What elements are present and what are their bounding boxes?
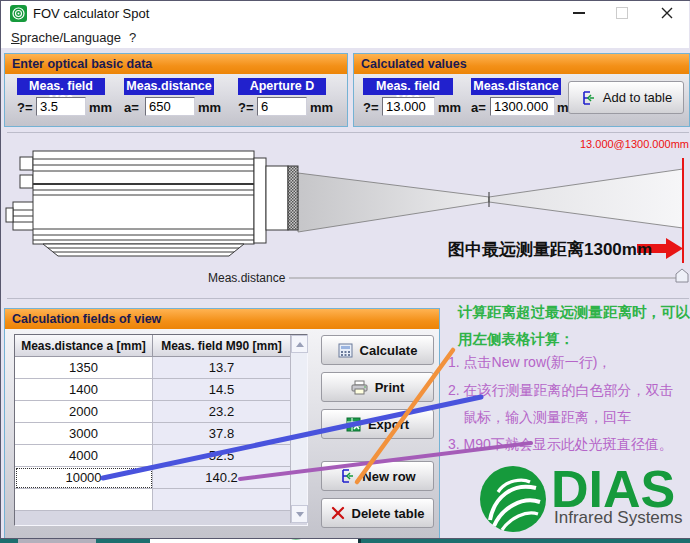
screen: DIAS FOV calculator Spot — [0, 0, 690, 543]
input-meas-field-m90[interactable] — [36, 97, 86, 116]
export-button[interactable]: Export — [321, 409, 434, 439]
add-to-table-icon — [580, 90, 596, 106]
note-heading-1: 计算距离超过最远测量距离时，可以 — [458, 303, 690, 322]
printer-icon — [351, 380, 368, 395]
cell-distance[interactable] — [15, 489, 153, 511]
prefix-dist: a= — [124, 100, 139, 115]
new-row-button[interactable]: New row — [321, 461, 434, 491]
print-label: Print — [375, 380, 405, 395]
dias-logo-subtitle: Infrared Systems — [554, 508, 683, 528]
scroll-up-button[interactable] — [291, 335, 308, 353]
cell-m90[interactable]: 140.2 — [153, 467, 291, 489]
note-step-2: 2. 在该行测量距离的白色部分，双击 — [448, 382, 674, 400]
scroll-up-icon — [296, 342, 304, 347]
new-row-icon — [339, 468, 355, 484]
app-icon — [10, 5, 27, 22]
dias-logo-icon — [478, 464, 548, 534]
spot-size-label: 13.000@1300.000mm — [561, 138, 689, 150]
calculated-values-panel-title: Calculated values — [354, 54, 689, 74]
scroll-down-button[interactable] — [291, 505, 308, 523]
unit-m90: mm — [89, 100, 112, 115]
menu-help[interactable]: ? — [125, 28, 140, 47]
output-calc-m90[interactable] — [382, 97, 435, 116]
label-meas-field-m90: Meas. field M90 — [17, 78, 105, 95]
fov-table: Meas.distance a [mm] Meas. field M90 [mm… — [14, 334, 308, 526]
fov-diagram — [1, 132, 690, 298]
unit-dist: mm — [198, 100, 221, 115]
cell-distance[interactable]: 1350 — [15, 357, 153, 379]
unit-aperture: mm — [310, 100, 333, 115]
cell-distance[interactable]: 1400 — [15, 379, 153, 401]
fov-panel-title: Calculation fields of view — [5, 309, 439, 329]
note-step-2-cont: 鼠标，输入测量距离，回车 — [463, 409, 631, 427]
beam-cone-right — [489, 169, 683, 228]
delete-icon — [331, 506, 345, 520]
title-bar: FOV calculator Spot — [1, 1, 689, 25]
delete-table-button[interactable]: Delete table — [321, 498, 434, 528]
distance-slider-handle — [676, 269, 688, 282]
beam-cone-left — [298, 173, 489, 232]
window-title: FOV calculator Spot — [33, 6, 149, 21]
minimize-icon — [573, 12, 585, 14]
unit-calc-m90: mm — [438, 100, 461, 115]
cell-m90[interactable]: 23.2 — [153, 401, 291, 423]
maximize-icon — [616, 7, 628, 19]
input-aperture-d[interactable] — [257, 97, 307, 116]
cell-m90[interactable]: 52.5 — [153, 445, 291, 467]
export-icon — [346, 417, 361, 432]
cell-distance[interactable]: 4000 — [15, 445, 153, 467]
cell-m90[interactable] — [153, 489, 291, 511]
table-row: 1400 14.5 — [15, 379, 307, 401]
camera-drawing — [6, 151, 298, 256]
export-label: Export — [368, 417, 409, 432]
calculate-label: Calculate — [360, 343, 418, 358]
calculator-icon — [338, 343, 353, 358]
label-meas-distance: Meas.distance — [124, 78, 214, 95]
prefix-m90: ?= — [17, 100, 33, 115]
cell-distance-selected[interactable]: 10000 — [15, 467, 153, 489]
table-row-selected: 10000 140.2 — [15, 467, 307, 489]
table-row-empty — [15, 489, 307, 511]
table-row: 3000 37.8 — [15, 423, 307, 445]
table-row: 4000 52.5 — [15, 445, 307, 467]
new-row-label: New row — [362, 469, 415, 484]
label-aperture-d: Aperture D — [238, 78, 326, 95]
prefix-calc-m90: ?= — [363, 100, 379, 115]
cell-m90[interactable]: 14.5 — [153, 379, 291, 401]
cell-m90[interactable]: 13.7 — [153, 357, 291, 379]
cell-distance[interactable]: 2000 — [15, 401, 153, 423]
print-button[interactable]: Print — [321, 372, 434, 402]
note-step-1: 1. 点击New row(新一行)， — [448, 354, 611, 372]
menu-bar: Sprache/Language ? — [1, 25, 689, 48]
label-calc-distance: Meas.distance — [471, 78, 561, 95]
table-scrollbar[interactable] — [290, 335, 307, 523]
diagram-bottom-divider — [7, 298, 689, 299]
maximize-button[interactable] — [607, 1, 637, 25]
scroll-down-icon — [296, 512, 304, 517]
note-heading-2: 用左侧表格计算： — [458, 330, 574, 349]
calculate-button[interactable]: Calculate — [321, 335, 434, 365]
prefix-calc-dist: a= — [471, 100, 486, 115]
output-calc-distance[interactable] — [490, 97, 555, 116]
basic-data-panel-title: Enter optical basic data — [5, 54, 347, 74]
add-to-table-label: Add to table — [603, 90, 672, 105]
cell-m90[interactable]: 37.8 — [153, 423, 291, 445]
add-to-table-button[interactable]: Add to table — [568, 81, 684, 114]
close-icon — [661, 7, 673, 19]
table-row: 2000 23.2 — [15, 401, 307, 423]
menu-language[interactable]: Sprache/Language — [7, 28, 125, 47]
label-calc-m90: Meas. field M90 — [363, 78, 453, 95]
table-header-row: Meas.distance a [mm] Meas. field M90 [mm… — [15, 335, 307, 357]
delete-table-label: Delete table — [352, 506, 425, 521]
minimize-button[interactable] — [564, 1, 594, 25]
table-row: 1350 13.7 — [15, 357, 307, 379]
column-header-m90: Meas. field M90 [mm] — [153, 335, 291, 357]
close-button[interactable] — [652, 1, 682, 25]
distance-label: Meas.distance — [208, 271, 285, 285]
prefix-aperture: ?= — [238, 100, 254, 115]
column-header-distance: Meas.distance a [mm] — [15, 335, 153, 357]
input-meas-distance[interactable] — [145, 97, 195, 116]
note-step-3: 3. M90下就会显示此处光斑直径值。 — [448, 436, 673, 454]
app-window: FOV calculator Spot Sprache/Language ? E… — [0, 0, 690, 539]
cell-distance[interactable]: 3000 — [15, 423, 153, 445]
